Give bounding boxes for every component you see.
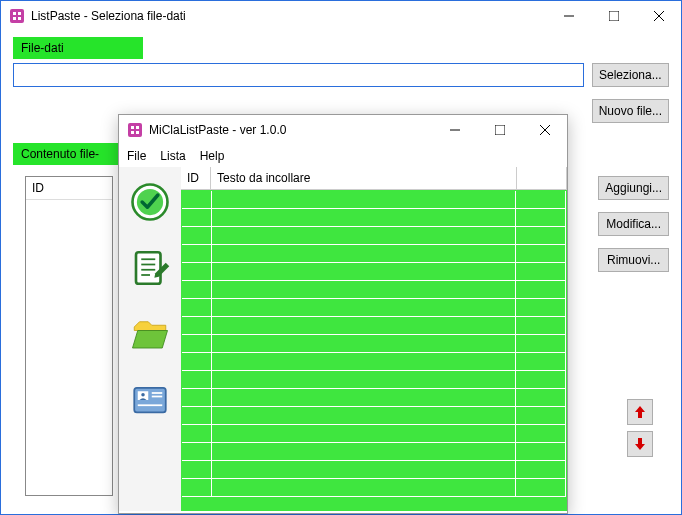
main-titlebar: ListPaste - Seleziona file-dati (1, 1, 681, 31)
new-file-button[interactable]: Nuovo file... (592, 99, 669, 123)
note-edit-icon[interactable] (129, 247, 171, 289)
table-row[interactable] (182, 371, 566, 389)
close-icon (654, 11, 664, 21)
grid: ID Testo da incollare (181, 167, 567, 511)
table-row[interactable] (182, 317, 566, 335)
maximize-icon (495, 125, 505, 135)
svg-point-30 (141, 393, 145, 397)
main-title: ListPaste - Seleziona file-dati (31, 9, 546, 23)
svg-rect-17 (495, 125, 505, 135)
table-row[interactable] (182, 299, 566, 317)
contacts-icon[interactable] (129, 379, 171, 421)
col-id[interactable]: ID (181, 167, 211, 189)
table-row[interactable] (182, 335, 566, 353)
menu-file[interactable]: File (127, 149, 146, 163)
sec-title: MiClaListPaste - ver 1.0.0 (149, 123, 432, 137)
table-row[interactable] (182, 389, 566, 407)
svg-marker-9 (635, 406, 645, 418)
file-section: File-dati (1, 37, 681, 63)
content-label: Contenuto file- (13, 143, 133, 165)
minimize-icon (564, 11, 574, 21)
app-icon (127, 122, 143, 138)
col-spacer (517, 167, 567, 189)
close-button[interactable] (636, 1, 681, 31)
table-row[interactable] (182, 209, 566, 227)
file-label: File-dati (13, 37, 143, 59)
menu-lista[interactable]: Lista (160, 149, 185, 163)
table-row[interactable] (182, 425, 566, 443)
table-row[interactable] (182, 461, 566, 479)
svg-rect-0 (10, 9, 24, 23)
list-buttons: Aggiungi... Modifica... Rimuovi... (598, 176, 669, 272)
list-header-id: ID (26, 177, 112, 200)
svg-rect-4 (18, 17, 21, 20)
svg-marker-10 (635, 438, 645, 450)
sec-titlebar: MiClaListPaste - ver 1.0.0 (119, 115, 567, 145)
svg-rect-15 (136, 131, 139, 134)
arrow-up-icon (635, 406, 645, 418)
svg-rect-3 (13, 17, 16, 20)
table-row[interactable] (182, 281, 566, 299)
grid-header: ID Testo da incollare (181, 167, 567, 190)
sec-close-button[interactable] (522, 115, 567, 145)
table-row[interactable] (182, 353, 566, 371)
minimize-button[interactable] (546, 1, 591, 31)
table-row[interactable] (182, 263, 566, 281)
sec-minimize-button[interactable] (432, 115, 477, 145)
check-icon[interactable] (129, 181, 171, 223)
svg-rect-6 (609, 11, 619, 21)
move-up-button[interactable] (627, 399, 653, 425)
sec-maximize-button[interactable] (477, 115, 522, 145)
folder-open-icon[interactable] (129, 313, 171, 355)
table-row[interactable] (182, 479, 566, 497)
remove-button[interactable]: Rimuovi... (598, 248, 669, 272)
svg-rect-2 (18, 12, 21, 15)
select-file-button[interactable]: Seleziona... (592, 63, 669, 87)
svg-rect-22 (136, 252, 161, 284)
edit-button[interactable]: Modifica... (598, 212, 669, 236)
table-row[interactable] (182, 227, 566, 245)
svg-rect-12 (131, 126, 134, 129)
content-list[interactable]: ID (25, 176, 113, 496)
grid-body[interactable] (181, 190, 567, 511)
col-text[interactable]: Testo da incollare (211, 167, 517, 189)
minimize-icon (450, 125, 460, 135)
table-row[interactable] (182, 245, 566, 263)
menu-help[interactable]: Help (200, 149, 225, 163)
svg-rect-13 (136, 126, 139, 129)
table-row[interactable] (182, 407, 566, 425)
app-icon (9, 8, 25, 24)
close-icon (540, 125, 550, 135)
secondary-window: MiClaListPaste - ver 1.0.0 File Lista He… (118, 114, 568, 514)
move-down-button[interactable] (627, 431, 653, 457)
arrow-down-icon (635, 438, 645, 450)
table-row[interactable] (182, 443, 566, 461)
reorder-buttons (627, 399, 653, 463)
add-button[interactable]: Aggiungi... (598, 176, 669, 200)
toolstrip (119, 167, 181, 511)
svg-rect-11 (128, 123, 142, 137)
menubar: File Lista Help (119, 145, 567, 167)
maximize-button[interactable] (591, 1, 636, 31)
maximize-icon (609, 11, 619, 21)
sec-body: ID Testo da incollare (119, 167, 567, 511)
svg-rect-14 (131, 131, 134, 134)
file-path-input[interactable] (13, 63, 584, 87)
svg-rect-1 (13, 12, 16, 15)
table-row[interactable] (182, 191, 566, 209)
